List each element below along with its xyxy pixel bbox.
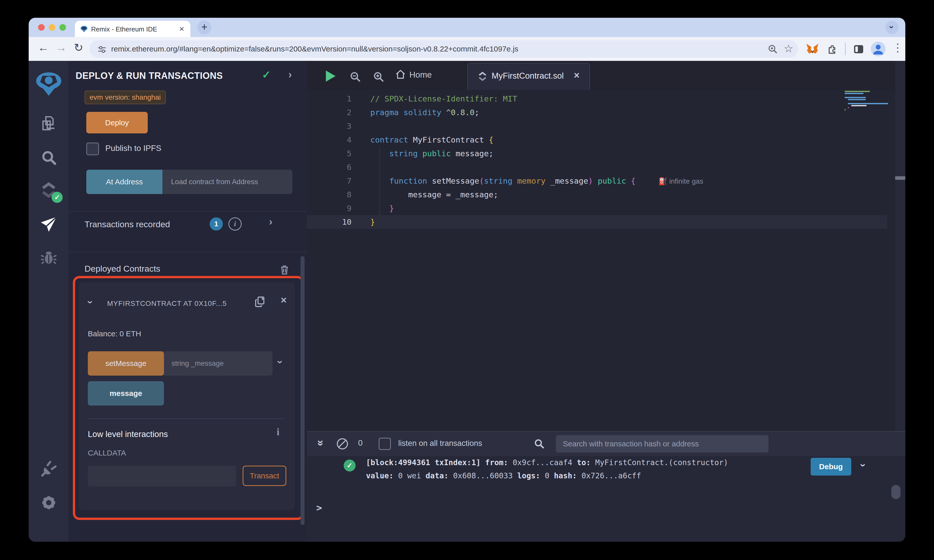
icon-rail: ✓ xyxy=(29,61,69,542)
terminal-scrollbar-thumb[interactable] xyxy=(891,485,900,499)
code-line[interactable]: 2pragma solidity ^0.8.0; xyxy=(307,106,887,119)
editor-scrollbar-track[interactable] xyxy=(895,61,905,431)
macos-zoom-button[interactable] xyxy=(59,24,66,31)
terminal-collapse-icon[interactable]: » xyxy=(318,437,324,449)
minimap-line xyxy=(848,107,849,108)
transact-button[interactable]: Transact xyxy=(243,466,286,486)
code-line[interactable]: 6 xyxy=(307,160,887,174)
back-button[interactable]: ← xyxy=(38,41,49,54)
code-token: contract xyxy=(370,135,408,144)
code-line[interactable]: 5 string public message; xyxy=(307,146,887,160)
calldata-input[interactable] xyxy=(88,466,236,486)
home-tab-label[interactable]: Home xyxy=(409,70,432,80)
code-token: ; xyxy=(475,108,479,117)
code-line[interactable]: 4contract MyFirstContract { xyxy=(307,133,887,146)
panel-divider xyxy=(69,211,307,212)
tab-search-button[interactable]: › xyxy=(886,21,899,34)
line-number: 7 xyxy=(307,174,370,188)
code-line[interactable]: 3 xyxy=(307,119,887,133)
code-line[interactable]: 7 function setMessage(string memory _mes… xyxy=(307,174,887,188)
browser-menu-kebab-icon[interactable]: ⋮ xyxy=(892,41,903,54)
publish-ipfs-checkbox[interactable] xyxy=(86,143,99,155)
terminal-prompt[interactable]: > xyxy=(316,502,322,513)
contract-collapse-chevron-icon[interactable]: › xyxy=(85,300,96,304)
home-tab[interactable] xyxy=(395,68,406,81)
code-line[interactable]: 1// SPDX-License-Identifier: MIT xyxy=(307,92,887,106)
copy-address-icon[interactable] xyxy=(254,295,267,309)
code-token: } xyxy=(389,204,394,213)
panel-scrollbar[interactable] xyxy=(301,256,305,525)
code-line[interactable]: 10} xyxy=(307,215,887,229)
plugin-manager-plug-icon[interactable] xyxy=(29,460,69,479)
new-tab-button[interactable]: + xyxy=(197,20,211,34)
code-token xyxy=(441,108,446,117)
home-icon xyxy=(395,68,406,80)
transactions-expand-chevron-icon[interactable]: › xyxy=(269,216,272,228)
panel-pin-chevron-icon[interactable]: › xyxy=(288,68,292,81)
macos-close-button[interactable] xyxy=(38,24,45,31)
file-tab-active[interactable]: MyFirstContract.sol × xyxy=(467,63,590,90)
site-settings-icon[interactable] xyxy=(97,45,107,55)
log-line: [block:4994361 txIndex:1] from: 0x9cf...… xyxy=(366,456,733,469)
macos-minimize-button[interactable] xyxy=(49,24,55,31)
code-token: setMessage xyxy=(427,176,479,185)
url-bar[interactable]: remix.ethereum.org/#lang=en&optimize=fal… xyxy=(89,40,798,58)
file-tab-close-icon[interactable]: × xyxy=(574,70,580,81)
set-message-expand-chevron-icon[interactable]: › xyxy=(274,360,286,364)
settings-gear-icon[interactable] xyxy=(29,494,69,513)
file-explorer-icon[interactable] xyxy=(29,115,69,133)
code-token: public xyxy=(598,176,626,185)
metamask-extension-icon[interactable] xyxy=(806,43,819,55)
tab-close-icon[interactable]: × xyxy=(179,24,184,34)
transactions-info-icon[interactable]: i xyxy=(228,217,242,231)
extensions-puzzle-icon[interactable] xyxy=(826,43,838,55)
deploy-run-icon[interactable] xyxy=(29,215,69,234)
transaction-log[interactable]: [block:4994361 txIndex:1] from: 0x9cf...… xyxy=(366,456,733,482)
reload-button[interactable]: ↻ xyxy=(74,41,83,54)
code-token: ) xyxy=(588,176,593,185)
listen-transactions-label: listen on all transactions xyxy=(398,439,482,448)
set-message-arg-input[interactable] xyxy=(164,351,273,375)
zoom-page-icon[interactable] xyxy=(768,44,778,55)
line-number: 3 xyxy=(307,119,370,133)
set-message-function-button[interactable]: setMessage xyxy=(88,351,164,375)
solidity-compiler-icon[interactable]: ✓ xyxy=(29,181,69,202)
url-text[interactable]: remix.ethereum.org/#lang=en&optimize=fal… xyxy=(111,45,518,53)
editor-minimap[interactable] xyxy=(845,91,887,167)
clear-deployed-trash-icon[interactable] xyxy=(279,263,290,276)
zoom-in-icon[interactable] xyxy=(373,71,385,83)
listen-transactions-checkbox[interactable] xyxy=(379,438,391,450)
browser-tab[interactable]: Remix - Ethereum IDE × xyxy=(75,21,190,37)
profile-avatar[interactable] xyxy=(871,42,886,56)
minimap-line xyxy=(845,91,870,92)
run-script-play-icon[interactable] xyxy=(326,71,336,82)
remix-logo-icon[interactable] xyxy=(29,69,69,98)
debugger-icon[interactable] xyxy=(29,249,69,267)
low-level-info-icon[interactable]: i xyxy=(277,426,279,438)
side-panel-icon[interactable] xyxy=(852,43,865,55)
forward-button[interactable]: → xyxy=(55,41,67,54)
contract-close-icon[interactable]: × xyxy=(281,294,287,306)
debug-button[interactable]: Debug xyxy=(811,458,851,475)
code-token xyxy=(593,176,598,185)
clear-console-icon[interactable] xyxy=(337,438,348,449)
code-line[interactable]: 8 message = _message; xyxy=(307,188,887,202)
log-segment: 0 xyxy=(540,471,554,480)
log-segment: 0x9cf...caaf4 xyxy=(508,458,577,467)
calldata-label: CALLDATA xyxy=(88,449,126,457)
minimap-line xyxy=(845,109,845,110)
at-address-input[interactable] xyxy=(162,170,292,194)
deploy-button[interactable]: Deploy xyxy=(86,112,148,134)
search-icon[interactable] xyxy=(29,149,69,167)
publish-ipfs-label: Publish to IPFS xyxy=(105,143,162,153)
code-area[interactable]: 1// SPDX-License-Identifier: MIT2pragma … xyxy=(307,92,887,229)
zoom-out-icon[interactable] xyxy=(350,71,361,83)
log-segment: from: xyxy=(485,458,508,467)
message-getter-button[interactable]: message xyxy=(88,381,164,406)
code-token: _message xyxy=(546,176,588,185)
terminal-search-input[interactable] xyxy=(556,435,769,452)
log-expand-chevron-icon[interactable]: › xyxy=(858,464,869,467)
bookmark-star-icon[interactable]: ☆ xyxy=(784,42,794,55)
at-address-button[interactable]: At Address xyxy=(86,170,162,194)
code-line[interactable]: 9 } xyxy=(307,202,887,215)
